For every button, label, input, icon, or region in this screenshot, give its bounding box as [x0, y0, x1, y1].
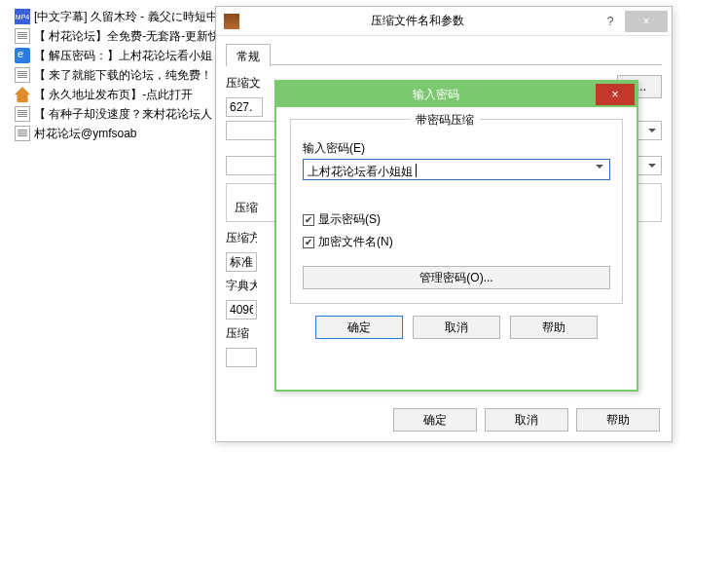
- enter-password-dialog: 输入密码 × 带密码压缩 输入密码(E) 上村花论坛看小姐姐 显示密码(S): [274, 80, 638, 392]
- pw-group: 带密码压缩 输入密码(E) 上村花论坛看小姐姐 显示密码(S) 加密文件名(N): [290, 119, 623, 304]
- dictionary-label: 字典大: [226, 278, 257, 294]
- text-file-icon: [15, 126, 30, 141]
- password-value: 上村花论坛看小姐姐: [308, 164, 413, 180]
- pw-titlebar: 输入密码 ×: [276, 82, 637, 107]
- url-file-icon: [15, 48, 30, 63]
- file-name: 【 村花论坛】全免费-无套路-更新快: [34, 28, 220, 45]
- text-file-icon: [15, 28, 30, 44]
- encrypt-filenames-checkbox[interactable]: 加密文件名(N): [303, 234, 610, 250]
- split-label: 压缩: [226, 325, 257, 342]
- show-password-checkbox[interactable]: 显示密码(S): [303, 211, 610, 228]
- close-button[interactable]: ×: [625, 11, 668, 32]
- ok-button[interactable]: 确定: [393, 408, 477, 432]
- file-name: 【 有种子却没速度？来村花论坛人: [34, 106, 212, 123]
- pw-dialog-buttons: 确定 取消 帮助: [290, 316, 623, 339]
- mp4-icon: MP4: [15, 9, 30, 24]
- text-file-icon: [15, 67, 30, 83]
- dialog-buttons: 确定 取消 帮助: [393, 408, 660, 432]
- file-name: 村花论坛@ymfsoab: [34, 126, 137, 142]
- format-label: 压缩: [235, 200, 258, 216]
- titlebar: 压缩文件名和参数 ? ×: [216, 7, 672, 36]
- show-password-label: 显示密码(S): [318, 211, 381, 228]
- home-icon: [15, 87, 30, 102]
- dictionary-input[interactable]: [226, 300, 257, 320]
- checkbox-icon: [303, 214, 314, 226]
- pw-cancel-button[interactable]: 取消: [413, 316, 500, 339]
- file-name: 【 永久地址发布页】-点此打开: [34, 87, 193, 103]
- dialog-title: 压缩文件名和参数: [239, 13, 596, 29]
- pw-help-button[interactable]: 帮助: [510, 316, 598, 339]
- pw-title: 输入密码: [276, 87, 596, 103]
- pw-group-title: 带密码压缩: [410, 112, 480, 129]
- help-button[interactable]: ?: [596, 10, 625, 33]
- compression-label: 压缩方: [226, 230, 257, 246]
- tab-strip: 常规: [226, 42, 662, 65]
- encrypt-filenames-label: 加密文件名(N): [318, 234, 393, 250]
- cancel-button[interactable]: 取消: [485, 408, 568, 432]
- pw-close-button[interactable]: ×: [596, 84, 635, 105]
- pw-body: 带密码压缩 输入密码(E) 上村花论坛看小姐姐 显示密码(S) 加密文件名(N): [276, 107, 637, 347]
- file-name: 【 解压密码：】上村花论坛看小姐: [34, 48, 212, 64]
- pw-input-label: 输入密码(E): [303, 140, 610, 157]
- split-input[interactable]: [226, 348, 257, 367]
- chevron-down-icon[interactable]: [596, 165, 603, 172]
- compression-select[interactable]: 标准: [226, 252, 257, 272]
- archive-name-input[interactable]: [226, 97, 263, 117]
- text-file-icon: [15, 106, 30, 122]
- winrar-icon: [224, 14, 239, 29]
- file-name: 【 来了就能下载的论坛，纯免费！: [34, 67, 212, 84]
- pw-ok-button[interactable]: 确定: [315, 316, 403, 339]
- password-input[interactable]: 上村花论坛看小姐姐: [303, 159, 610, 180]
- checkbox-icon: [303, 237, 314, 248]
- tab-general[interactable]: 常规: [226, 44, 271, 66]
- help-button-bottom[interactable]: 帮助: [576, 408, 660, 432]
- manage-passwords-button[interactable]: 管理密码(O)...: [303, 266, 610, 289]
